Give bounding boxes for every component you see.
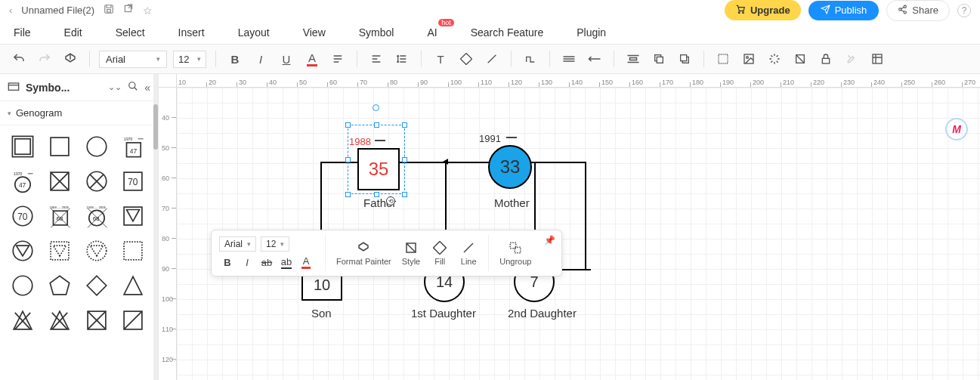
resize-handle[interactable] — [402, 122, 407, 128]
menu-view[interactable]: View — [303, 26, 326, 39]
shape-triangle-x-2[interactable] — [45, 305, 75, 335]
share-button[interactable]: Share — [886, 0, 950, 21]
publish-button[interactable]: Publish — [808, 1, 880, 20]
resize-handle[interactable] — [402, 192, 407, 197]
menu-symbol[interactable]: Symbol — [359, 26, 394, 39]
ctx-size-select[interactable]: 12▾ — [261, 236, 289, 252]
resize-handle[interactable] — [374, 122, 379, 128]
resize-handle[interactable] — [345, 122, 351, 128]
shape-double-square[interactable] — [8, 131, 38, 162]
sidebar-scrollbar-thumb[interactable] — [153, 104, 158, 150]
help-icon[interactable]: ? — [957, 4, 971, 17]
ctx-font-color-icon[interactable]: A — [298, 255, 314, 270]
shape-dashed-triangle-circle[interactable] — [82, 236, 112, 266]
ctx-style[interactable]: Style — [402, 240, 420, 266]
shape-triangle-in-square[interactable] — [118, 201, 148, 231]
shape-triangle[interactable] — [118, 270, 148, 301]
effects-icon[interactable] — [765, 49, 784, 69]
ctx-italic-icon[interactable]: I — [239, 255, 255, 270]
ctx-format-painter[interactable]: Format Painter — [336, 240, 391, 266]
shape-diamond[interactable] — [82, 270, 112, 301]
shape-deceased-circle[interactable]: 1938 — 200668 — [82, 201, 112, 231]
line-style-icon[interactable] — [559, 49, 579, 69]
arrow-start-icon[interactable] — [585, 49, 604, 69]
shape-year-circle[interactable]: 197047 — [8, 166, 38, 196]
shape-deceased-square[interactable]: 1968 — 200668 — [45, 201, 75, 231]
distribute-icon[interactable] — [623, 49, 643, 69]
line-spacing-icon[interactable] — [392, 49, 412, 69]
fill-color-icon[interactable] — [456, 49, 476, 69]
connector-icon[interactable] — [521, 49, 540, 69]
ctx-bold-icon[interactable]: B — [219, 255, 236, 270]
shape-circle-70[interactable]: 70 — [8, 201, 38, 231]
redo-icon[interactable] — [35, 49, 54, 69]
collapse-sidebar-icon[interactable]: « — [144, 82, 150, 94]
shape-pentagon[interactable] — [45, 270, 75, 301]
mother-node[interactable]: 33 — [488, 145, 532, 189]
search-icon[interactable] — [128, 81, 138, 94]
back-icon[interactable]: ‹ — [9, 5, 12, 16]
underline-icon[interactable]: U — [277, 49, 296, 69]
resize-handle[interactable] — [345, 192, 351, 197]
upgrade-button[interactable]: Upgrade — [725, 0, 801, 20]
menu-ai[interactable]: AIhot — [427, 26, 437, 39]
section-genogram[interactable]: ▾ Genogram — [8, 107, 150, 119]
menu-plugin[interactable]: Plugin — [577, 26, 606, 39]
highlight-icon[interactable] — [328, 49, 348, 69]
font-family-select[interactable]: Arial▾ — [99, 51, 167, 68]
ctx-line[interactable]: Line — [459, 240, 478, 266]
bring-front-icon[interactable] — [649, 49, 669, 69]
shape-circle-x[interactable] — [82, 166, 112, 196]
tools-icon[interactable] — [842, 49, 861, 69]
image-icon[interactable] — [739, 49, 759, 69]
bold-icon[interactable]: B — [225, 49, 245, 69]
menu-file[interactable]: File — [14, 26, 31, 39]
shape-dashed-square[interactable] — [118, 236, 148, 266]
shape-square-x-2[interactable] — [82, 305, 112, 335]
shape-triangle-x-1[interactable] — [8, 305, 38, 335]
group-icon[interactable] — [713, 49, 733, 69]
resize-handle[interactable] — [402, 157, 407, 162]
resize-handle[interactable] — [345, 157, 351, 162]
shape-triangle-in-circle[interactable] — [8, 236, 38, 266]
shape-square[interactable] — [45, 131, 75, 162]
ctx-ungroup[interactable]: Ungroup — [499, 240, 531, 266]
shape-square-x[interactable] — [45, 166, 75, 196]
menu-insert[interactable]: Insert — [178, 26, 205, 39]
menu-layout[interactable]: Layout — [238, 26, 270, 39]
format-painter-icon[interactable] — [60, 49, 80, 69]
rotate-handle[interactable]: ⟲ — [386, 196, 395, 205]
ctx-strikethrough-icon[interactable]: ab — [258, 255, 275, 270]
text-tool-icon[interactable]: T — [431, 49, 450, 69]
resize-handle[interactable] — [374, 192, 379, 197]
crop-icon[interactable] — [790, 49, 810, 69]
ctx-strike-ab-icon[interactable]: ab — [278, 255, 295, 270]
open-new-icon[interactable] — [123, 4, 134, 17]
line-color-icon[interactable] — [482, 49, 502, 69]
undo-icon[interactable] — [9, 49, 29, 69]
shape-circle[interactable] — [82, 131, 112, 162]
shape-dashed-triangle-square[interactable] — [45, 236, 75, 266]
menu-edit[interactable]: Edit — [64, 26, 82, 39]
canvas-area[interactable]: 1020304050607080901001101201301401501601… — [159, 74, 980, 380]
menu-search-feature[interactable]: Search Feature — [471, 26, 544, 39]
ctx-font-select[interactable]: Arial▾ — [219, 236, 256, 252]
menu-select[interactable]: Select — [116, 26, 145, 39]
star-icon[interactable]: ☆ — [143, 5, 153, 17]
ctx-fill[interactable]: Fill — [431, 240, 449, 266]
font-size-select[interactable]: 12▾ — [173, 51, 206, 68]
lock-icon[interactable] — [816, 49, 836, 69]
send-back-icon[interactable] — [675, 49, 694, 69]
connection-point[interactable] — [373, 104, 379, 111]
shape-square-slash[interactable] — [118, 305, 148, 335]
chevron-down-double-icon[interactable]: ⌄⌄ — [108, 82, 122, 92]
shape-year-square[interactable]: 197047 — [118, 131, 148, 162]
table-icon[interactable] — [867, 49, 887, 69]
italic-icon[interactable]: I — [251, 49, 271, 69]
shape-circle-outline[interactable] — [8, 270, 38, 301]
pin-icon[interactable]: 📌 — [544, 235, 555, 246]
font-color-icon[interactable]: A — [302, 49, 322, 69]
shape-square-70[interactable]: 70 — [118, 166, 148, 196]
align-left-icon[interactable] — [366, 49, 386, 69]
assistant-button[interactable]: M — [945, 118, 968, 141]
